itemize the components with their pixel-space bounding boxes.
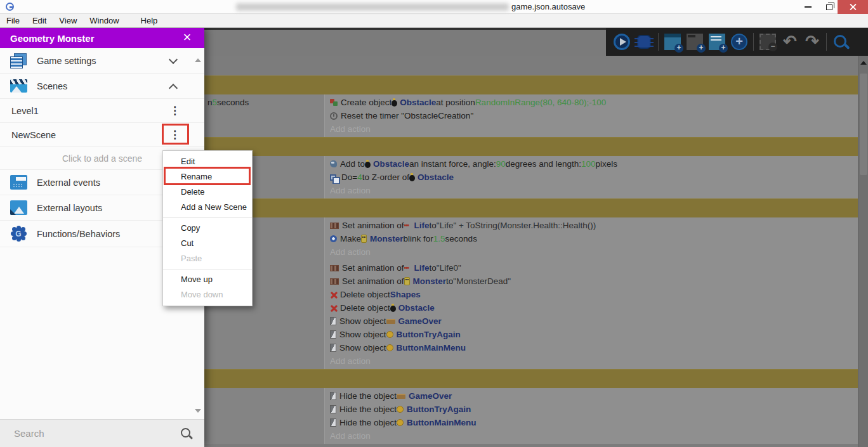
event-action-line[interactable]: Add to Obstacle an instant force, angle:… — [325, 157, 858, 171]
redo-button[interactable]: ↷ — [804, 34, 820, 50]
event-action-line[interactable]: Create object Obstacle at position Rando… — [325, 96, 858, 109]
event-group-header[interactable] — [204, 137, 858, 156]
close-button[interactable] — [838, 0, 868, 14]
functions-behaviors-icon — [11, 226, 27, 242]
add-action-button[interactable]: Add action — [325, 429, 858, 443]
event-action-line[interactable]: Show object GameOver — [325, 314, 858, 328]
event-group-header[interactable] — [204, 369, 858, 388]
menu-window[interactable]: Window — [83, 16, 125, 25]
preview-play-button[interactable] — [614, 34, 630, 50]
monster-object-icon — [404, 277, 410, 285]
event-block[interactable]: Add to Obstacle an instant force, angle:… — [204, 156, 858, 198]
event-action-line[interactable]: Hide the object ButtonTryAgain — [325, 403, 858, 416]
sidebar-item-label: Game settings — [37, 56, 96, 66]
gdevelop-logo-icon — [6, 3, 14, 11]
menu-item-cut[interactable]: Cut — [163, 236, 252, 251]
scenes-icon — [10, 79, 27, 93]
undo-button[interactable]: ↶ — [782, 34, 798, 50]
event-actions[interactable]: Set animation of Life to "Life0"Set anim… — [325, 260, 858, 369]
chevron-up-icon[interactable] — [169, 84, 178, 93]
event-action-line[interactable]: Delete object Obstacle — [325, 301, 858, 314]
window-title: game.json.autosave — [511, 2, 585, 11]
visibility-icon — [330, 405, 336, 413]
sidebar-item-scenes[interactable]: Scenes — [0, 74, 204, 99]
event-condition-line[interactable]: n 5 seconds — [204, 96, 324, 109]
add-action-button[interactable]: Add action — [325, 184, 858, 197]
main-toolbar: + + + + − ↶ ↷ — [204, 28, 868, 56]
add-more-button[interactable]: + — [731, 34, 747, 50]
event-actions[interactable]: Hide the object GameOverHide the object … — [325, 388, 858, 444]
app-window: n 5 secondsCreate object Obstacle at pos… — [0, 0, 868, 447]
menu-item-move-up[interactable]: Move up — [163, 272, 252, 287]
toolbar-separator — [826, 33, 827, 51]
kebab-menu-icon[interactable]: ⋮ — [169, 99, 180, 122]
external-events-icon — [10, 175, 27, 190]
minimize-button[interactable] — [798, 0, 817, 14]
event-action-line[interactable]: Set animation of Life to "Life0" — [325, 261, 858, 275]
event-conditions[interactable] — [204, 388, 325, 444]
event-action-line[interactable]: Do = 4 to Z-order of Obstacle — [325, 171, 858, 184]
event-group-header[interactable] — [204, 75, 858, 94]
plus-icon: + — [719, 44, 728, 53]
menu-help[interactable]: Help — [135, 16, 164, 25]
scroll-down-icon[interactable] — [195, 409, 201, 413]
events-scrollbar[interactable] — [858, 56, 868, 447]
event-block[interactable]: Set animation of Life to "Life" + ToStri… — [204, 217, 858, 260]
search-icon[interactable] — [180, 427, 193, 440]
search-events-button[interactable] — [832, 34, 849, 50]
set-animation-icon — [330, 265, 339, 271]
button-object-icon — [386, 331, 393, 338]
close-icon[interactable]: × — [178, 28, 197, 48]
event-action-line[interactable]: Make Monster blink for 1.5 seconds — [325, 232, 858, 245]
scene-name: Level1 — [11, 106, 39, 116]
event-actions[interactable]: Create object Obstacle at position Rando… — [325, 94, 858, 137]
plus-icon: + — [697, 44, 706, 53]
add-action-button[interactable]: Add action — [325, 245, 858, 259]
debug-button[interactable] — [637, 35, 651, 49]
scene-item-level1[interactable]: Level1 ⋮ — [0, 99, 204, 123]
event-action-line[interactable]: Set animation of Monster to "MonsterDead… — [325, 275, 858, 288]
add-action-button[interactable]: Add action — [325, 122, 858, 136]
menu-edit[interactable]: Edit — [26, 16, 53, 25]
set-animation-icon — [330, 223, 339, 229]
sidebar-item-game-settings[interactable]: Game settings — [0, 48, 204, 74]
add-action-button[interactable]: Add action — [325, 354, 858, 368]
event-action-line[interactable]: Hide the object GameOver — [325, 389, 858, 403]
event-actions[interactable]: Add to Obstacle an instant force, angle:… — [325, 156, 858, 198]
event-block[interactable]: Set animation of Life to "Life0"Set anim… — [204, 260, 858, 369]
visibility-icon — [330, 317, 336, 325]
events-scrollbar-thumb[interactable] — [860, 74, 867, 175]
event-action-line[interactable]: Reset the timer "ObstacleCreation" — [325, 109, 858, 122]
event-group-header[interactable] — [204, 198, 858, 217]
event-action-line[interactable]: Hide the object ButtonMainMenu — [325, 416, 858, 429]
event-action-line[interactable]: Set animation of Life to "Life" + ToStri… — [325, 219, 858, 232]
search-input[interactable] — [13, 427, 165, 439]
scroll-up-icon[interactable] — [860, 61, 867, 65]
maximize-button[interactable] — [820, 0, 839, 14]
menu-item-add-new-scene[interactable]: Add a New Scene — [163, 200, 252, 215]
add-event-button[interactable]: + — [664, 34, 681, 50]
events-sheet: n 5 secondsCreate object Obstacle at pos… — [204, 56, 858, 447]
menu-item-copy[interactable]: Copy — [163, 221, 252, 236]
menu-view[interactable]: View — [53, 16, 83, 25]
add-comment-button[interactable]: + — [709, 34, 725, 50]
toolbar-separator — [753, 33, 754, 51]
event-block[interactable]: n 5 secondsCreate object Obstacle at pos… — [204, 94, 858, 137]
add-subevent-button[interactable]: + — [687, 34, 703, 50]
menu-item-delete[interactable]: Delete — [163, 185, 252, 200]
annotation-rename-highlight — [164, 167, 251, 185]
event-actions[interactable]: Set animation of Life to "Life" + ToStri… — [325, 217, 858, 260]
obstacle-object-icon — [409, 173, 415, 181]
event-conditions[interactable]: n 5 seconds — [204, 94, 325, 137]
menu-file[interactable]: File — [0, 16, 26, 25]
button-object-icon — [397, 419, 404, 426]
event-action-line[interactable]: Show object ButtonTryAgain — [325, 328, 858, 341]
event-block[interactable]: Hide the object GameOverHide the object … — [204, 388, 858, 444]
force-icon — [330, 160, 337, 167]
event-action-line[interactable]: Show object ButtonMainMenu — [325, 341, 858, 354]
delete-event-button[interactable]: − — [760, 34, 776, 50]
scroll-up-icon[interactable] — [195, 58, 201, 62]
event-action-line[interactable]: Delete object Shapes — [325, 288, 858, 301]
project-manager-header: Geometry Monster × — [0, 28, 204, 48]
chevron-down-icon[interactable] — [169, 55, 178, 64]
